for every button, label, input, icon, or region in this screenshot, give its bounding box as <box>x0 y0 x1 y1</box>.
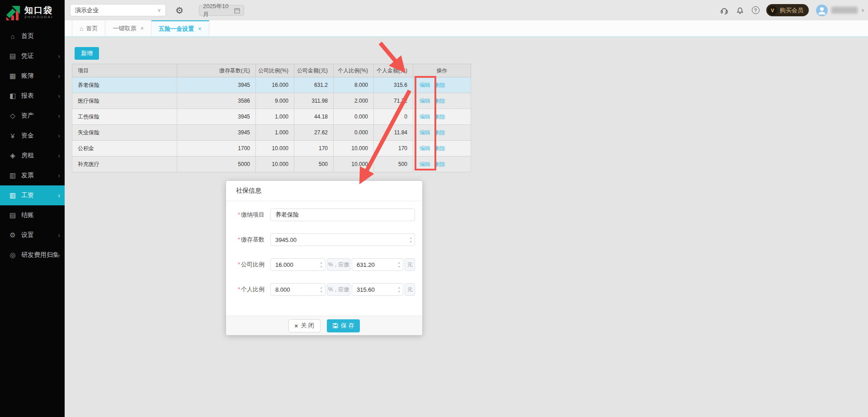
edit-link[interactable]: 编辑 <box>420 145 430 152</box>
home-icon: ⌂ <box>80 25 83 32</box>
cell-company_rate: 1.000 <box>256 125 294 141</box>
sidebar-item-report[interactable]: ◧报表› <box>0 86 65 106</box>
chevron-right-icon: › <box>58 52 60 60</box>
sidebar-nav: ⌂首页▤凭证›▦账簿›◧报表›◇资产›¥资金›◈房租›▥发票›▥工资›▤结账⚙设… <box>0 26 65 265</box>
avatar[interactable] <box>816 5 828 16</box>
settle-icon: ▤ <box>9 211 17 219</box>
sidebar-item-settings[interactable]: ⚙设置› <box>0 225 65 245</box>
edit-link[interactable]: 编辑 <box>420 129 430 136</box>
close-icon[interactable]: × <box>198 25 202 32</box>
sidebar-item-label: 研发费用归集 <box>21 251 59 259</box>
topbar-right: ? V 购买会员 ∨ <box>712 0 864 20</box>
help-icon[interactable]: ? <box>752 6 760 14</box>
sidebar-item-rd-collect[interactable]: ◎研发费用归集› <box>0 245 65 265</box>
personal-rate-value: 8.000 <box>275 286 290 293</box>
chevron-right-icon: › <box>58 72 60 80</box>
delete-link[interactable]: 删除 <box>434 161 445 167</box>
delete-link[interactable]: 删除 <box>434 129 445 136</box>
personal-amount-input[interactable]: 315.60 ▲▼ <box>352 283 403 296</box>
rd-icon: ◎ <box>9 251 17 259</box>
annotation-overlay <box>0 0 868 417</box>
close-button[interactable]: × 关 闭 <box>288 319 321 332</box>
edit-link[interactable]: 编辑 <box>420 114 430 120</box>
sidebar-item-ledger[interactable]: ▦账簿› <box>0 66 65 86</box>
required-asterisk: * <box>238 211 240 218</box>
period-picker[interactable]: 2025年10月 <box>199 5 244 16</box>
cell-actions: 编辑删除 <box>413 77 471 93</box>
sidebar-item-salary[interactable]: ▥工资› <box>0 185 65 205</box>
save-button[interactable]: 保 存 <box>327 319 360 332</box>
cell-item-name: 公积金 <box>72 141 177 156</box>
delete-link[interactable]: 删除 <box>434 145 445 152</box>
table-row: 工伤保险39451.00044.180.0000编辑删除 <box>72 109 471 125</box>
stepper-arrows[interactable]: ▲▼ <box>320 285 323 294</box>
base-amount-input[interactable]: 3945.00 ▲▼ <box>270 233 415 246</box>
buy-vip-button[interactable]: V 购买会员 <box>766 4 809 16</box>
cell-item-name: 补充医疗 <box>72 156 177 172</box>
delete-link[interactable]: 删除 <box>434 82 445 88</box>
user-menu-caret-icon[interactable]: ∨ <box>861 8 864 13</box>
sidebar-item-home[interactable]: ⌂首页 <box>0 26 65 46</box>
edit-link[interactable]: 编辑 <box>420 98 430 104</box>
edit-link[interactable]: 编辑 <box>420 161 430 167</box>
tab-label: 五险一金设置 <box>159 25 194 33</box>
personal-rate-input[interactable]: 8.000 ▲▼ <box>270 283 326 296</box>
sidebar-item-asset[interactable]: ◇资产› <box>0 106 65 126</box>
app-screen: 知口袋 ZHIKOUDAI ⌂首页▤凭证›▦账簿›◧报表›◇资产›¥资金›◈房租… <box>0 0 868 417</box>
username-redacted <box>831 7 858 14</box>
cell-company_amount: 311.98 <box>294 93 334 109</box>
edit-link[interactable]: 编辑 <box>420 82 430 88</box>
chevron-right-icon: › <box>58 132 60 139</box>
personal-amount-value: 315.60 <box>357 286 375 293</box>
voucher-icon: ▤ <box>9 52 17 60</box>
close-button-label: 关 闭 <box>301 322 314 330</box>
save-button-label: 保 存 <box>341 322 354 330</box>
company-rate-input[interactable]: 16.000 ▲▼ <box>270 258 326 271</box>
field-row-base: *缴存基数 3945.00 ▲▼ <box>235 233 422 246</box>
sidebar-item-invoice[interactable]: ▥发票› <box>0 166 65 185</box>
sidebar-item-settle[interactable]: ▤结账 <box>0 205 65 225</box>
column-header: 项目 <box>72 64 177 77</box>
cell-personal_rate: 10.000 <box>334 141 374 156</box>
close-icon[interactable]: × <box>140 25 144 32</box>
rent-icon: ◈ <box>9 152 17 160</box>
cell-item-name: 失业保险 <box>72 125 177 141</box>
chevron-right-icon: › <box>58 152 60 159</box>
gear-icon[interactable]: ⚙ <box>175 5 184 16</box>
fund-icon: ¥ <box>9 132 17 140</box>
delete-link[interactable]: 删除 <box>434 98 445 104</box>
company-select[interactable]: 演示企业 ∨ <box>70 4 166 16</box>
stepper-arrows[interactable]: ▲▼ <box>398 261 401 269</box>
tab-quick-invoice[interactable]: 一键取票 × <box>105 20 151 36</box>
cell-company_rate: 10.000 <box>256 156 294 172</box>
cell-personal_amount: 71.72 <box>374 93 413 109</box>
sidebar-item-voucher[interactable]: ▤凭证› <box>0 46 65 66</box>
brand-name: 知口袋 <box>24 6 53 15</box>
cell-personal_rate: 8.000 <box>334 77 374 93</box>
cell-personal_amount: 500 <box>374 156 413 172</box>
column-header: 缴存基数(元) <box>177 64 256 77</box>
delete-link[interactable]: 删除 <box>434 114 445 120</box>
dialog-footer: × 关 闭 保 存 <box>226 316 422 335</box>
period-value: 2025年10月 <box>203 2 234 19</box>
cell-company_rate: 16.000 <box>256 77 294 93</box>
cell-actions: 编辑删除 <box>413 156 471 172</box>
dialog-title: 社保信息 <box>226 181 422 201</box>
tab-insurance-settings[interactable]: 五险一金设置 × <box>151 20 209 36</box>
stepper-arrows[interactable]: ▲▼ <box>398 285 401 294</box>
tab-home[interactable]: ⌂ 首页 <box>72 20 105 36</box>
company-amount-input[interactable]: 631.20 ▲▼ <box>352 258 403 271</box>
pay-item-input[interactable]: 养老保险 <box>270 208 415 221</box>
base-amount-value: 3945.00 <box>275 237 297 243</box>
column-header: 公司金额(元) <box>294 64 334 77</box>
app-logo: 知口袋 ZHIKOUDAI <box>0 0 65 25</box>
stepper-arrows[interactable]: ▲▼ <box>410 236 412 244</box>
sidebar-item-fund[interactable]: ¥资金› <box>0 126 65 146</box>
cell-company_amount: 500 <box>294 156 334 172</box>
stepper-arrows[interactable]: ▲▼ <box>320 261 323 269</box>
sidebar-item-rent[interactable]: ◈房租› <box>0 146 65 166</box>
social-insurance-dialog: 社保信息 *缴纳项目 养老保险 *缴存基数 3945.00 ▲▼ *公司比例 <box>226 181 422 335</box>
add-button[interactable]: 新增 <box>75 47 99 60</box>
bell-icon[interactable] <box>736 6 744 14</box>
headset-icon[interactable] <box>720 6 728 14</box>
